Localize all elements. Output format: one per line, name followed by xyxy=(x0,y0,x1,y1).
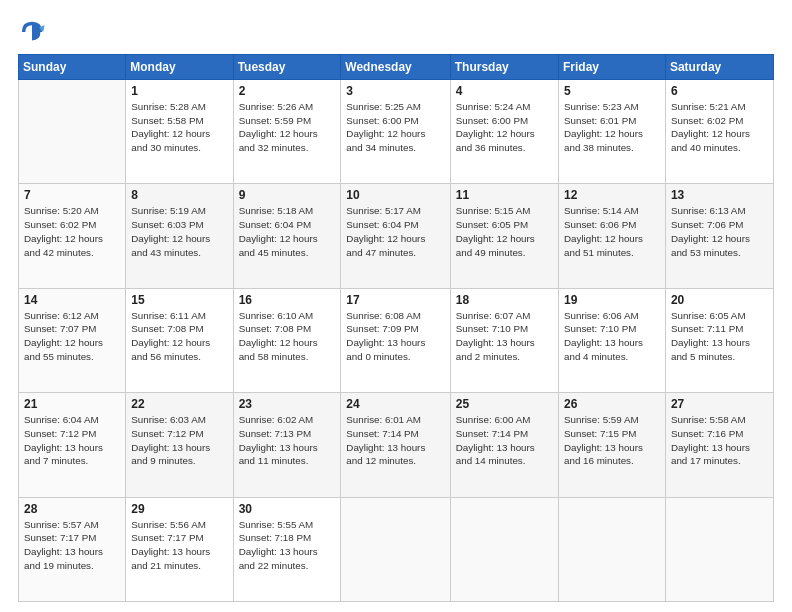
day-number: 21 xyxy=(24,397,120,411)
day-number: 1 xyxy=(131,84,227,98)
calendar-cell xyxy=(19,80,126,184)
day-info: Sunrise: 6:12 AMSunset: 7:07 PMDaylight:… xyxy=(24,309,120,364)
calendar-cell: 19Sunrise: 6:06 AMSunset: 7:10 PMDayligh… xyxy=(559,288,666,392)
weekday-header: Monday xyxy=(126,55,233,80)
calendar-week-row: 1Sunrise: 5:28 AMSunset: 5:58 PMDaylight… xyxy=(19,80,774,184)
calendar-cell: 5Sunrise: 5:23 AMSunset: 6:01 PMDaylight… xyxy=(559,80,666,184)
day-number: 2 xyxy=(239,84,336,98)
day-number: 29 xyxy=(131,502,227,516)
day-info: Sunrise: 5:26 AMSunset: 5:59 PMDaylight:… xyxy=(239,100,336,155)
day-number: 16 xyxy=(239,293,336,307)
weekday-header: Tuesday xyxy=(233,55,341,80)
calendar-table: SundayMondayTuesdayWednesdayThursdayFrid… xyxy=(18,54,774,602)
day-number: 25 xyxy=(456,397,553,411)
calendar-cell: 14Sunrise: 6:12 AMSunset: 7:07 PMDayligh… xyxy=(19,288,126,392)
day-info: Sunrise: 5:19 AMSunset: 6:03 PMDaylight:… xyxy=(131,204,227,259)
calendar-cell: 25Sunrise: 6:00 AMSunset: 7:14 PMDayligh… xyxy=(450,393,558,497)
day-info: Sunrise: 6:13 AMSunset: 7:06 PMDaylight:… xyxy=(671,204,768,259)
calendar-cell: 7Sunrise: 5:20 AMSunset: 6:02 PMDaylight… xyxy=(19,184,126,288)
calendar-cell: 18Sunrise: 6:07 AMSunset: 7:10 PMDayligh… xyxy=(450,288,558,392)
day-info: Sunrise: 5:15 AMSunset: 6:05 PMDaylight:… xyxy=(456,204,553,259)
day-number: 17 xyxy=(346,293,444,307)
calendar-week-row: 21Sunrise: 6:04 AMSunset: 7:12 PMDayligh… xyxy=(19,393,774,497)
calendar-cell: 3Sunrise: 5:25 AMSunset: 6:00 PMDaylight… xyxy=(341,80,450,184)
day-number: 11 xyxy=(456,188,553,202)
calendar-cell xyxy=(665,497,773,601)
calendar-week-row: 14Sunrise: 6:12 AMSunset: 7:07 PMDayligh… xyxy=(19,288,774,392)
calendar-cell: 22Sunrise: 6:03 AMSunset: 7:12 PMDayligh… xyxy=(126,393,233,497)
day-info: Sunrise: 6:11 AMSunset: 7:08 PMDaylight:… xyxy=(131,309,227,364)
day-info: Sunrise: 5:55 AMSunset: 7:18 PMDaylight:… xyxy=(239,518,336,573)
day-info: Sunrise: 6:05 AMSunset: 7:11 PMDaylight:… xyxy=(671,309,768,364)
day-info: Sunrise: 6:10 AMSunset: 7:08 PMDaylight:… xyxy=(239,309,336,364)
day-info: Sunrise: 6:03 AMSunset: 7:12 PMDaylight:… xyxy=(131,413,227,468)
day-info: Sunrise: 5:28 AMSunset: 5:58 PMDaylight:… xyxy=(131,100,227,155)
day-number: 28 xyxy=(24,502,120,516)
day-number: 22 xyxy=(131,397,227,411)
calendar-cell: 6Sunrise: 5:21 AMSunset: 6:02 PMDaylight… xyxy=(665,80,773,184)
day-info: Sunrise: 6:08 AMSunset: 7:09 PMDaylight:… xyxy=(346,309,444,364)
calendar-cell: 21Sunrise: 6:04 AMSunset: 7:12 PMDayligh… xyxy=(19,393,126,497)
day-number: 26 xyxy=(564,397,660,411)
day-info: Sunrise: 5:17 AMSunset: 6:04 PMDaylight:… xyxy=(346,204,444,259)
day-info: Sunrise: 6:02 AMSunset: 7:13 PMDaylight:… xyxy=(239,413,336,468)
day-info: Sunrise: 6:07 AMSunset: 7:10 PMDaylight:… xyxy=(456,309,553,364)
day-info: Sunrise: 5:14 AMSunset: 6:06 PMDaylight:… xyxy=(564,204,660,259)
calendar-cell: 27Sunrise: 5:58 AMSunset: 7:16 PMDayligh… xyxy=(665,393,773,497)
calendar-cell xyxy=(450,497,558,601)
calendar-cell: 28Sunrise: 5:57 AMSunset: 7:17 PMDayligh… xyxy=(19,497,126,601)
calendar-cell: 16Sunrise: 6:10 AMSunset: 7:08 PMDayligh… xyxy=(233,288,341,392)
day-number: 20 xyxy=(671,293,768,307)
calendar-cell: 17Sunrise: 6:08 AMSunset: 7:09 PMDayligh… xyxy=(341,288,450,392)
weekday-header: Sunday xyxy=(19,55,126,80)
calendar-cell: 29Sunrise: 5:56 AMSunset: 7:17 PMDayligh… xyxy=(126,497,233,601)
day-info: Sunrise: 5:58 AMSunset: 7:16 PMDaylight:… xyxy=(671,413,768,468)
day-number: 6 xyxy=(671,84,768,98)
day-number: 5 xyxy=(564,84,660,98)
day-number: 30 xyxy=(239,502,336,516)
calendar-cell: 23Sunrise: 6:02 AMSunset: 7:13 PMDayligh… xyxy=(233,393,341,497)
calendar-week-row: 28Sunrise: 5:57 AMSunset: 7:17 PMDayligh… xyxy=(19,497,774,601)
day-info: Sunrise: 5:56 AMSunset: 7:17 PMDaylight:… xyxy=(131,518,227,573)
day-number: 23 xyxy=(239,397,336,411)
day-number: 18 xyxy=(456,293,553,307)
calendar-cell: 1Sunrise: 5:28 AMSunset: 5:58 PMDaylight… xyxy=(126,80,233,184)
day-info: Sunrise: 6:01 AMSunset: 7:14 PMDaylight:… xyxy=(346,413,444,468)
day-info: Sunrise: 5:18 AMSunset: 6:04 PMDaylight:… xyxy=(239,204,336,259)
calendar-cell: 12Sunrise: 5:14 AMSunset: 6:06 PMDayligh… xyxy=(559,184,666,288)
day-info: Sunrise: 5:23 AMSunset: 6:01 PMDaylight:… xyxy=(564,100,660,155)
calendar-cell: 20Sunrise: 6:05 AMSunset: 7:11 PMDayligh… xyxy=(665,288,773,392)
day-info: Sunrise: 5:59 AMSunset: 7:15 PMDaylight:… xyxy=(564,413,660,468)
day-info: Sunrise: 6:00 AMSunset: 7:14 PMDaylight:… xyxy=(456,413,553,468)
day-info: Sunrise: 5:25 AMSunset: 6:00 PMDaylight:… xyxy=(346,100,444,155)
day-info: Sunrise: 5:20 AMSunset: 6:02 PMDaylight:… xyxy=(24,204,120,259)
day-number: 24 xyxy=(346,397,444,411)
calendar-cell: 30Sunrise: 5:55 AMSunset: 7:18 PMDayligh… xyxy=(233,497,341,601)
calendar-cell: 2Sunrise: 5:26 AMSunset: 5:59 PMDaylight… xyxy=(233,80,341,184)
day-number: 4 xyxy=(456,84,553,98)
day-number: 8 xyxy=(131,188,227,202)
day-number: 10 xyxy=(346,188,444,202)
day-number: 3 xyxy=(346,84,444,98)
calendar-week-row: 7Sunrise: 5:20 AMSunset: 6:02 PMDaylight… xyxy=(19,184,774,288)
calendar-cell: 11Sunrise: 5:15 AMSunset: 6:05 PMDayligh… xyxy=(450,184,558,288)
logo xyxy=(18,18,50,46)
calendar-cell: 24Sunrise: 6:01 AMSunset: 7:14 PMDayligh… xyxy=(341,393,450,497)
day-number: 12 xyxy=(564,188,660,202)
logo-icon xyxy=(18,18,46,46)
calendar-cell: 8Sunrise: 5:19 AMSunset: 6:03 PMDaylight… xyxy=(126,184,233,288)
day-info: Sunrise: 5:24 AMSunset: 6:00 PMDaylight:… xyxy=(456,100,553,155)
page-header xyxy=(18,18,774,46)
day-number: 27 xyxy=(671,397,768,411)
calendar-cell: 4Sunrise: 5:24 AMSunset: 6:00 PMDaylight… xyxy=(450,80,558,184)
calendar-header-row: SundayMondayTuesdayWednesdayThursdayFrid… xyxy=(19,55,774,80)
day-number: 19 xyxy=(564,293,660,307)
day-info: Sunrise: 5:57 AMSunset: 7:17 PMDaylight:… xyxy=(24,518,120,573)
weekday-header: Saturday xyxy=(665,55,773,80)
day-info: Sunrise: 6:06 AMSunset: 7:10 PMDaylight:… xyxy=(564,309,660,364)
calendar-cell: 26Sunrise: 5:59 AMSunset: 7:15 PMDayligh… xyxy=(559,393,666,497)
calendar-cell xyxy=(341,497,450,601)
calendar-cell xyxy=(559,497,666,601)
calendar-cell: 9Sunrise: 5:18 AMSunset: 6:04 PMDaylight… xyxy=(233,184,341,288)
day-number: 13 xyxy=(671,188,768,202)
